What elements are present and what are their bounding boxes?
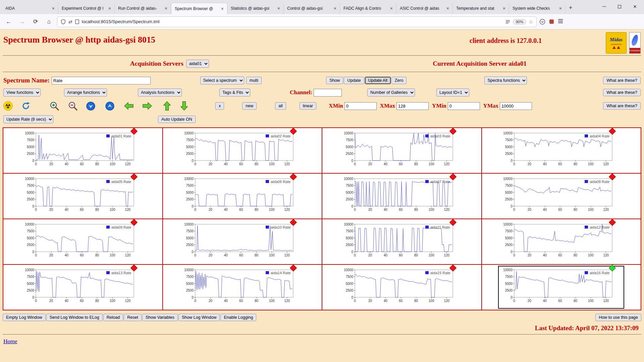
tracking-arrows-icon[interactable]: ⇄ bbox=[68, 19, 72, 24]
tab-close-icon[interactable]: × bbox=[107, 6, 112, 11]
gallery-cell[interactable]: 025005000750010000020406080100120aida14 … bbox=[163, 264, 322, 310]
browser-tab[interactable]: Statistics @ aidas-gsi× bbox=[227, 3, 284, 14]
how-to-use-button[interactable]: How to use this page bbox=[595, 314, 641, 321]
y-scale-up-icon[interactable] bbox=[105, 102, 114, 111]
update-all-button[interactable]: Update All bbox=[365, 77, 391, 84]
xmin-input[interactable] bbox=[344, 102, 377, 110]
home-button[interactable]: ⌂ bbox=[44, 16, 54, 27]
reader-mode-icon[interactable] bbox=[505, 20, 510, 24]
extension-icon[interactable] bbox=[549, 19, 554, 24]
gallery-cell[interactable]: 025005000750010000020406080100120aida16 … bbox=[482, 264, 641, 310]
spectrum-chart[interactable]: 025005000750010000020406080100120aida05 … bbox=[20, 175, 145, 217]
gallery-cell[interactable]: 025005000750010000020406080100120aida02 … bbox=[163, 128, 322, 173]
all-button[interactable]: all bbox=[275, 102, 286, 110]
gallery-cell[interactable]: 025005000750010000020406080100120aida01 … bbox=[3, 128, 163, 173]
browser-tab[interactable]: Spectrum Browser @ × bbox=[171, 3, 227, 14]
gallery-cell[interactable]: 025005000750010000020406080100120aida07 … bbox=[322, 173, 482, 219]
move-left-icon[interactable] bbox=[124, 102, 134, 110]
move-up-icon[interactable] bbox=[163, 101, 171, 111]
spectrum-chart[interactable]: 025005000750010000020406080100120aida06 … bbox=[180, 175, 305, 217]
move-down-icon[interactable] bbox=[180, 101, 189, 111]
what-are-these-button-row3[interactable]: What are these? bbox=[603, 102, 641, 110]
spectrum-chart[interactable]: 025005000750010000020406080100120aida12 … bbox=[499, 221, 624, 262]
gallery-cell[interactable]: 025005000750010000020406080100120aida11 … bbox=[322, 219, 482, 264]
spectrum-chart[interactable]: 025005000750010000020406080100120aida15 … bbox=[339, 266, 464, 308]
linear-button[interactable]: linear bbox=[300, 102, 317, 110]
tags-fits-dropdown[interactable]: Tags & Fits bbox=[219, 88, 250, 97]
y-scale-down-icon[interactable] bbox=[86, 102, 95, 111]
gallery-cell[interactable]: 025005000750010000020406080100120aida10 … bbox=[163, 219, 322, 264]
footer-button[interactable]: Reload bbox=[103, 314, 123, 321]
zero-button[interactable]: Zero bbox=[391, 77, 407, 84]
tab-close-icon[interactable]: × bbox=[558, 6, 563, 11]
midas-logo[interactable]: Midas powered by bbox=[606, 32, 627, 54]
home-link[interactable]: Home bbox=[3, 338, 17, 345]
footer-button[interactable]: Show Variables bbox=[142, 314, 178, 321]
layout-id-dropdown[interactable]: Layout ID=1 bbox=[436, 88, 469, 97]
footer-button[interactable]: Show Log Window bbox=[178, 314, 220, 321]
gallery-cell[interactable]: 025005000750010000020406080100120aida03 … bbox=[322, 128, 482, 173]
channel-input[interactable] bbox=[314, 89, 342, 97]
footer-button[interactable]: Enable Logging bbox=[220, 314, 256, 321]
browser-tab[interactable]: ASIC Control @ aidas× bbox=[396, 3, 453, 14]
tab-close-icon[interactable]: × bbox=[333, 6, 337, 11]
page-info-icon[interactable] bbox=[75, 19, 79, 24]
refresh-icon[interactable] bbox=[21, 101, 31, 111]
browser-tab[interactable]: Control @ aidas-gsi× bbox=[284, 3, 340, 14]
acquisition-server-select[interactable]: aida01 bbox=[186, 60, 209, 68]
zoom-level-badge[interactable]: 90% bbox=[513, 19, 526, 24]
tab-close-icon[interactable]: × bbox=[276, 6, 281, 11]
multi-button[interactable]: multi bbox=[246, 77, 262, 84]
spectrum-chart[interactable]: 025005000750010000020406080100120aida16 … bbox=[499, 266, 624, 308]
footer-button[interactable]: Empty Log Window bbox=[3, 314, 46, 321]
spectrum-chart[interactable]: 025005000750010000020406080100120aida04 … bbox=[499, 130, 624, 171]
spectrum-chart[interactable]: 025005000750010000020406080100120aida07 … bbox=[339, 175, 464, 217]
close-window-button[interactable]: × bbox=[627, 1, 643, 12]
spectrum-chart[interactable]: 025005000750010000020406080100120aida13 … bbox=[20, 266, 145, 308]
tcl-powered-logo[interactable]: POWERED bbox=[629, 32, 641, 54]
tab-close-icon[interactable]: × bbox=[445, 6, 450, 11]
footer-button[interactable]: Reset bbox=[124, 314, 142, 321]
show-button[interactable]: Show bbox=[326, 77, 343, 84]
tab-close-icon[interactable]: × bbox=[51, 6, 56, 11]
x-button[interactable]: x bbox=[215, 102, 224, 110]
spectrum-chart[interactable]: 025005000750010000020406080100120aida02 … bbox=[180, 130, 305, 171]
browser-tab[interactable]: System wide Checks × bbox=[509, 3, 566, 14]
gallery-cell[interactable]: 025005000750010000020406080100120aida04 … bbox=[482, 128, 641, 173]
zoom-out-icon[interactable] bbox=[68, 101, 78, 111]
spectrum-chart[interactable]: 025005000750010000020406080100120aida14 … bbox=[180, 266, 305, 308]
back-button[interactable]: ← bbox=[3, 16, 14, 27]
url-bar[interactable]: ⇄ localhost:8015/Spectrum/Spectrum.tml 9… bbox=[57, 16, 537, 27]
tab-close-icon[interactable]: × bbox=[220, 6, 225, 11]
gallery-cell[interactable]: 025005000750010000020406080100120aida06 … bbox=[163, 173, 322, 219]
spectrum-chart[interactable]: 025005000750010000020406080100120aida10 … bbox=[180, 221, 305, 262]
move-right-icon[interactable] bbox=[142, 102, 152, 110]
view-functions-dropdown[interactable]: View functions bbox=[3, 88, 41, 97]
browser-tab[interactable]: Run Control @ aidas-× bbox=[115, 3, 171, 14]
spectra-functions-dropdown[interactable]: Spectra functions bbox=[484, 76, 527, 84]
what-are-these-button-row2[interactable]: What are these? bbox=[603, 89, 641, 96]
maximize-button[interactable] bbox=[612, 1, 627, 12]
arrange-functions-dropdown[interactable]: Arrange functions bbox=[64, 88, 107, 97]
gallery-cell[interactable]: 025005000750010000020406080100120aida15 … bbox=[322, 264, 482, 310]
spectrum-chart[interactable]: 025005000750010000020406080100120aida01 … bbox=[20, 130, 145, 171]
auto-update-button[interactable]: Auto Update ON bbox=[158, 116, 196, 123]
select-spectrum-dropdown[interactable]: Select a spectrum bbox=[200, 76, 244, 84]
reload-button[interactable]: ⟳ bbox=[30, 16, 41, 27]
browser-tab[interactable]: Experiment Control @ l× bbox=[58, 3, 115, 14]
spectrum-chart[interactable]: 025005000750010000020406080100120aida03 … bbox=[339, 130, 464, 171]
browser-tab[interactable]: FADC Align & Contro× bbox=[340, 3, 396, 14]
url-text[interactable]: localhost:8015/Spectrum/Spectrum.tml bbox=[82, 19, 503, 24]
new-tab-button[interactable]: + bbox=[566, 3, 576, 13]
spectrum-name-input[interactable] bbox=[52, 77, 151, 84]
forward-button[interactable]: → bbox=[17, 16, 28, 27]
update-button[interactable]: Update bbox=[344, 77, 364, 84]
spectrum-chart[interactable]: 025005000750010000020406080100120aida09 … bbox=[20, 221, 145, 262]
update-rate-dropdown[interactable]: Update Rate (8 secs) bbox=[3, 115, 53, 123]
footer-button[interactable]: Send Log Window to ELog bbox=[46, 314, 103, 321]
minimize-button[interactable] bbox=[596, 1, 612, 12]
spectrum-chart[interactable]: 025005000750010000020406080100120aida11 … bbox=[339, 221, 464, 262]
gallery-cell[interactable]: 025005000750010000020406080100120aida13 … bbox=[3, 264, 163, 310]
gallery-cell[interactable]: 025005000750010000020406080100120aida05 … bbox=[3, 173, 163, 219]
tab-close-icon[interactable]: × bbox=[502, 6, 506, 11]
